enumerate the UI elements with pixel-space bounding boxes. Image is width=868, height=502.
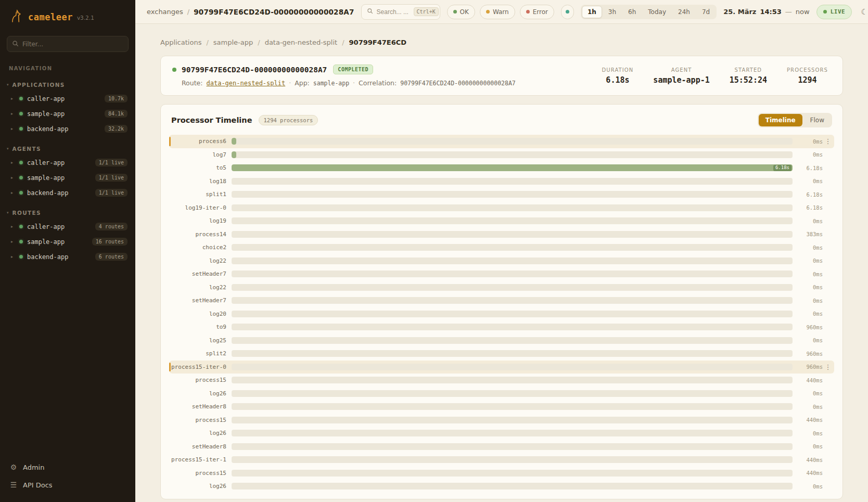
sidebar-section-header[interactable]: ▾AGENTS: [0, 144, 135, 155]
processor-name: choice2: [169, 244, 232, 251]
stat-label: STARTED: [730, 67, 767, 73]
sidebar-item-caller-app[interactable]: ▸caller-app1/1 live: [0, 155, 135, 170]
sidebar-item-backend-app[interactable]: ▸backend-app32.2k: [0, 121, 135, 136]
sidebar: cameleer v3.2.1 NAVIGATION ▾APPLICATIONS…: [0, 0, 135, 502]
chevron-right-icon[interactable]: ▸: [11, 224, 15, 229]
sidebar-section-header[interactable]: ▾ROUTES: [0, 208, 135, 219]
time-range-3h[interactable]: 3h: [603, 6, 622, 18]
timeline-row-log26[interactable]: log260ms⋮: [169, 480, 834, 493]
time-range-24h[interactable]: 24h: [672, 6, 696, 18]
timeline-row-process15[interactable]: process15440ms⋮: [169, 414, 834, 427]
time-range-7d[interactable]: 7d: [696, 6, 716, 18]
timeline-row-log22[interactable]: log220ms⋮: [169, 281, 834, 294]
stat-duration: DURATION6.18s: [602, 67, 634, 85]
timeline-row-split2[interactable]: split2960ms⋮: [169, 347, 834, 361]
sidebar-item-badge: 1/1 live: [95, 174, 127, 182]
timeline-row-process15[interactable]: process15440ms⋮: [169, 374, 834, 387]
sidebar-footer-api-docs[interactable]: ☰API Docs: [0, 476, 135, 494]
view-toggle-flow[interactable]: Flow: [803, 114, 831, 126]
breadcrumb-item-sample-app[interactable]: sample-app: [213, 38, 253, 46]
sidebar-filter-input[interactable]: [22, 41, 123, 48]
sidebar-item-label: sample-app: [27, 110, 65, 118]
sidebar-item-caller-app[interactable]: ▸caller-app4 routes: [0, 219, 135, 234]
chevron-right-icon[interactable]: ▸: [11, 254, 15, 259]
timeline-row-log7[interactable]: log70ms⋮: [169, 148, 834, 162]
timeline-row-log20[interactable]: log200ms⋮: [169, 307, 834, 321]
timeline-row-setHeader7[interactable]: setHeader70ms⋮: [169, 294, 834, 307]
view-toggle-timeline[interactable]: Timeline: [759, 114, 802, 126]
duration-track: [232, 311, 793, 317]
sidebar-item-label: caller-app: [27, 223, 65, 230]
pulse-filter-chip[interactable]: [561, 5, 574, 19]
breadcrumb-section[interactable]: exchanges: [147, 8, 183, 16]
timeline-row-log22[interactable]: log220ms⋮: [169, 254, 834, 268]
timeline-row-log26[interactable]: log260ms⋮: [169, 387, 834, 401]
topbar: exchanges / 90799F47E6CD24D-000000000000…: [135, 0, 868, 24]
sidebar-item-badge: 10.7k: [105, 95, 127, 102]
sidebar-item-label: sample-app: [27, 174, 65, 182]
timeline-row-log19[interactable]: log190ms⋮: [169, 214, 834, 228]
processor-name: process15-iter-0: [169, 364, 232, 370]
dark-mode-toggle[interactable]: ☾: [859, 5, 868, 19]
timeline-row-log19-iter-0[interactable]: log19-iter-06.18s⋮: [169, 201, 834, 215]
live-toggle[interactable]: LIVE: [816, 5, 852, 19]
duration-value: 0ms: [793, 430, 823, 436]
chevron-right-icon[interactable]: ▸: [11, 126, 15, 131]
timeline-row-log18[interactable]: log180ms⋮: [169, 175, 834, 188]
sidebar-footer-admin[interactable]: ⚙Admin: [0, 458, 135, 476]
timeline-row-process6[interactable]: process60ms⋮: [169, 135, 834, 148]
breadcrumb: exchanges / 90799F47E6CD24D-000000000000…: [147, 8, 354, 16]
chevron-right-icon[interactable]: ▸: [11, 160, 15, 165]
chevron-right-icon[interactable]: ▸: [11, 190, 15, 195]
processor-name: log26: [169, 483, 232, 490]
sidebar-section-header[interactable]: ▾APPLICATIONS: [0, 80, 135, 91]
kebab-menu-icon[interactable]: ⋮: [823, 137, 833, 145]
time-range-1h[interactable]: 1h: [582, 6, 602, 18]
sidebar-item-sample-app[interactable]: ▸sample-app1/1 live: [0, 170, 135, 185]
timeline-row-process14[interactable]: process14383ms⋮: [169, 228, 834, 241]
kebab-menu-icon[interactable]: ⋮: [823, 363, 833, 371]
breadcrumb-item-data-gen-nested-split[interactable]: data-gen-nested-split: [265, 38, 338, 46]
sidebar-item-backend-app[interactable]: ▸backend-app1/1 live: [0, 185, 135, 200]
timeline-row-setHeader7[interactable]: setHeader70ms⋮: [169, 267, 834, 281]
date-range[interactable]: 25. März 14:53 — now: [723, 8, 809, 16]
sidebar-item-sample-app[interactable]: ▸sample-app16 routes: [0, 234, 135, 249]
sidebar-section: ▾APPLICATIONS▸caller-app10.7k▸sample-app…: [0, 80, 135, 136]
timeline-row-to5[interactable]: to56.18s6.18s⋮: [169, 161, 834, 175]
route-link[interactable]: data-gen-nested-split: [207, 80, 286, 87]
timeline-row-setHeader8[interactable]: setHeader80ms⋮: [169, 400, 834, 414]
sidebar-filter[interactable]: [7, 36, 129, 52]
filter-chip-warn[interactable]: Warn: [480, 5, 515, 19]
time-range-today[interactable]: Today: [642, 6, 672, 18]
chevron-right-icon[interactable]: ▸: [11, 175, 15, 180]
timeline-row-process15-iter-1[interactable]: process15-iter-1440ms⋮: [169, 453, 834, 467]
time-range-6h[interactable]: 6h: [622, 6, 642, 18]
timeline-row-split1[interactable]: split16.18s⋮: [169, 188, 834, 201]
timeline-row-setHeader8[interactable]: setHeader80ms⋮: [169, 440, 834, 454]
timeline-row-process15-iter-0[interactable]: process15-iter-0960ms⋮: [169, 361, 834, 374]
sidebar-item-backend-app[interactable]: ▸backend-app6 routes: [0, 249, 135, 264]
processor-name: log20: [169, 311, 232, 317]
filter-chip-error[interactable]: Error: [520, 5, 554, 19]
chevron-right-icon[interactable]: ▸: [11, 96, 15, 101]
global-search-input[interactable]: [377, 8, 410, 16]
duration-track: [232, 191, 793, 198]
timeline-row-choice2[interactable]: choice20ms⋮: [169, 241, 834, 254]
filter-chip-ok[interactable]: OK: [447, 5, 475, 19]
timeline-row-log26[interactable]: log260ms⋮: [169, 427, 834, 440]
breadcrumb-item-applications[interactable]: Applications: [160, 38, 201, 46]
global-search[interactable]: Ctrl+K: [361, 4, 440, 20]
app-label: App:: [295, 79, 310, 87]
timeline-row-to9[interactable]: to9960ms⋮: [169, 320, 834, 334]
sidebar-item-sample-app[interactable]: ▸sample-app84.1k: [0, 106, 135, 121]
exchange-title: 90799F47E6CD24D-00000000000028A7: [182, 66, 327, 74]
chevron-right-icon[interactable]: ▸: [11, 111, 15, 116]
duration-value: 6.18s: [793, 165, 823, 171]
stat-value: 15:52:24: [730, 75, 767, 85]
timeline-row-log25[interactable]: log250ms⋮: [169, 334, 834, 347]
chevron-right-icon[interactable]: ▸: [11, 239, 15, 244]
sidebar-item-caller-app[interactable]: ▸caller-app10.7k: [0, 91, 135, 106]
timeline-row-process15[interactable]: process15440ms⋮: [169, 467, 834, 480]
stat-processors: PROCESSORS1294: [787, 67, 828, 85]
duration-track: [232, 138, 793, 145]
